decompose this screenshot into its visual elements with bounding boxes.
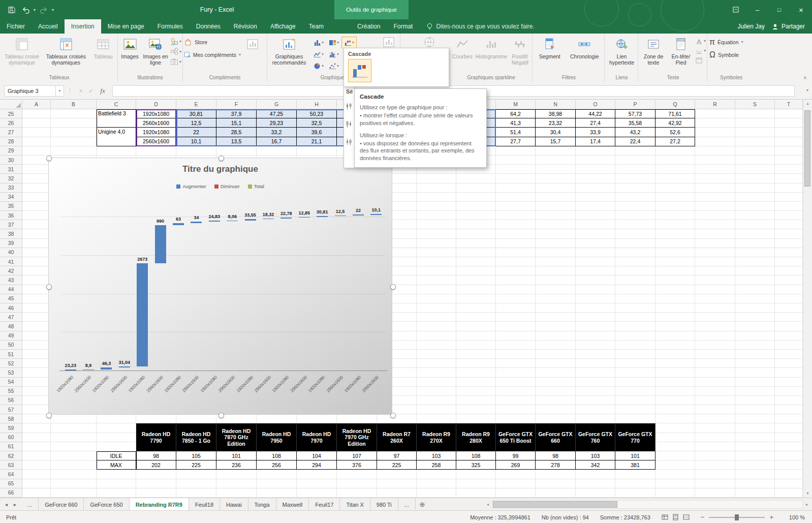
column-header-N[interactable]: N [536, 99, 576, 109]
vertical-scrollbar-thumb[interactable] [804, 110, 810, 187]
chart-title[interactable]: Titre du graphique [49, 164, 392, 174]
chart-selection-handle[interactable] [46, 413, 52, 418]
gpu-table-cell[interactable]: 342 [576, 460, 615, 470]
gpu-table-cell[interactable]: 103 [417, 451, 456, 460]
top-table-cell[interactable]: 33,9 [576, 128, 615, 137]
top-table-cell[interactable]: 10,1 [176, 137, 216, 146]
new-sheet-button[interactable]: ⊕ [416, 498, 429, 511]
gpu-table-cell[interactable]: 104 [297, 451, 337, 460]
gpu-table-cell[interactable]: 97 [377, 451, 417, 460]
tab-insertion[interactable]: Insertion [65, 19, 101, 34]
shapes-button[interactable]: ▾ [170, 38, 181, 45]
tell-me-box[interactable]: Dites-nous ce que vous voulez faire. [426, 19, 534, 34]
top-table-cell[interactable]: 47,25 [257, 109, 297, 118]
timeline-button[interactable]: Chronologie [566, 35, 603, 73]
top-table-cell[interactable]: 15,7 [536, 137, 576, 146]
sparkline-column-button[interactable]: Histogramme [475, 35, 508, 73]
row-header-38[interactable]: 38 [0, 229, 22, 238]
page-break-view-icon[interactable] [683, 514, 690, 520]
ribbon-display-options-button[interactable] [725, 0, 746, 19]
row-header-54[interactable]: 54 [0, 378, 22, 387]
row-header-45[interactable]: 45 [0, 294, 22, 303]
gpu-table-cell[interactable]: 269 [496, 460, 536, 470]
name-box[interactable]: Graphique 3 [4, 85, 56, 97]
cancel-entry-icon[interactable]: × [76, 87, 86, 95]
undo-button[interactable] [19, 4, 32, 16]
top-table-cell[interactable]: 28,5 [216, 128, 257, 137]
waterfall-bar[interactable] [299, 217, 310, 218]
row-header-35[interactable]: 35 [0, 202, 22, 211]
row-header-30[interactable]: 30 [0, 156, 22, 165]
insert-scatter-chart-button[interactable]: ▾ [326, 60, 341, 72]
customize-qat-caret[interactable]: ▾ [52, 8, 54, 12]
column-header-E[interactable]: E [176, 99, 216, 109]
top-table-cell[interactable]: 50,23 [297, 109, 337, 118]
screenshot-button[interactable]: ▾ [170, 58, 181, 66]
recommended-pivot-tables-button[interactable]: Tableaux croisés dynamiques [43, 35, 89, 73]
row-header-53[interactable]: 53 [0, 368, 22, 377]
top-table-cell[interactable]: 12,5 [176, 118, 216, 128]
gpu-table-cell[interactable]: 236 [216, 460, 257, 470]
top-table-cell[interactable]: 33,2 [257, 128, 297, 137]
gpu-row-label[interactable]: IDLE [97, 451, 136, 460]
top-table-cell[interactable]: 27,7 [496, 137, 536, 146]
gpu-table-cell[interactable]: 225 [176, 460, 216, 470]
row-header-56[interactable]: 56 [0, 396, 22, 405]
column-header-A[interactable]: A [22, 99, 51, 109]
waterfall-bar[interactable] [245, 219, 256, 221]
account-user[interactable]: Julien Jay [733, 19, 770, 34]
sheet-tab-geforce-660[interactable]: GeForce 660 [39, 498, 84, 511]
row-header-27[interactable]: 27 [0, 128, 22, 137]
waterfall-bar[interactable] [263, 219, 274, 220]
waterfall-bar[interactable] [191, 222, 202, 223]
top-table-cell[interactable]: 15,1 [216, 118, 257, 128]
confirm-entry-icon[interactable]: ✓ [86, 87, 96, 95]
row-header-52[interactable]: 52 [0, 359, 22, 368]
row-header-64[interactable]: 64 [0, 470, 22, 479]
row-header-57[interactable]: 57 [0, 405, 22, 414]
gpu-table-cell[interactable]: 98 [136, 451, 176, 460]
object-button[interactable] [695, 57, 706, 64]
waterfall-bar[interactable] [317, 216, 328, 217]
gpu-table-cell[interactable]: 98 [536, 451, 576, 460]
waterfall-bar[interactable] [83, 370, 94, 371]
resolution-cell[interactable]: 1920x1080 [136, 109, 176, 118]
chart-selection-handle[interactable] [218, 413, 224, 418]
column-header-S[interactable]: S [735, 99, 775, 109]
top-table-cell[interactable]: 22,4 [615, 137, 655, 146]
tab-donnees[interactable]: Données [190, 19, 227, 34]
equation-button[interactable]: π Équation ▾ [709, 38, 743, 46]
column-header-H[interactable]: H [297, 99, 337, 109]
sheet-overflow-left[interactable]: ... [21, 498, 39, 511]
resolution-cell[interactable]: 2560x1600 [136, 137, 176, 146]
sheet-overflow-right[interactable]: ... [398, 498, 416, 511]
hyperlink-button[interactable]: Lien hypertexte [607, 35, 637, 73]
waterfall-chart-option[interactable] [348, 59, 371, 82]
row-header-32[interactable]: 32 [0, 174, 22, 183]
column-header-R[interactable]: R [695, 99, 735, 109]
normal-view-icon[interactable] [662, 514, 668, 520]
top-table-cell[interactable]: 44,22 [576, 109, 615, 118]
top-table-cell[interactable]: 27,4 [576, 118, 615, 128]
addin-disabled-button[interactable] [242, 35, 263, 73]
slicer-button[interactable]: Segment [535, 35, 565, 73]
row-header-33[interactable]: 33 [0, 183, 22, 193]
gpu-table-cell[interactable]: 107 [337, 451, 377, 460]
zoom-slider[interactable] [709, 517, 765, 518]
gpu-table-cell[interactable]: 278 [536, 460, 576, 470]
tab-revision[interactable]: Révision [227, 19, 264, 34]
top-table-cell[interactable]: 51,4 [496, 128, 536, 137]
status-average[interactable]: Moyenne : 325,3994861 [470, 514, 530, 520]
gpu-table-cell[interactable]: 294 [297, 460, 337, 470]
tab-accueil[interactable]: Accueil [32, 19, 65, 34]
stock-chart-icon[interactable] [346, 138, 355, 148]
textbox-button[interactable]: Zone de texte [640, 35, 667, 73]
tab-affichage[interactable]: Affichage [264, 19, 302, 34]
gpu-table-cell[interactable]: 103 [576, 451, 615, 460]
top-table-cell[interactable]: 17,4 [576, 137, 615, 146]
insert-function-button[interactable]: fx [96, 87, 109, 95]
row-header-47[interactable]: 47 [0, 313, 22, 322]
gpu-table-cell[interactable]: 258 [417, 460, 456, 470]
zoom-level[interactable]: 100 % [785, 514, 805, 520]
row-header-65[interactable]: 65 [0, 479, 22, 488]
